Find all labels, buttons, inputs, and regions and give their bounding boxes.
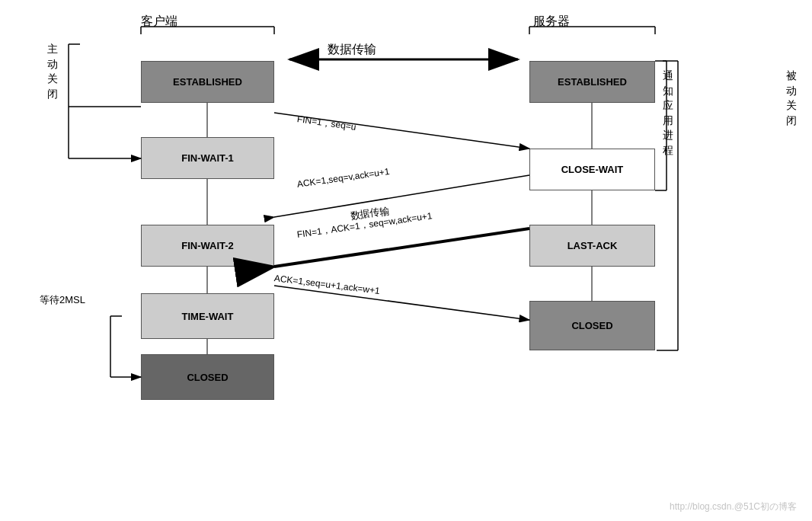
client-closed: CLOSED	[141, 354, 274, 400]
notify-label: 通知应用进程	[663, 69, 673, 158]
msg2-label: ACK=1,seq=v,ack=u+1	[296, 166, 390, 190]
client-fin-wait-2: FIN-WAIT-2	[141, 225, 274, 267]
server-established: ESTABLISHED	[529, 61, 655, 103]
active-close-label: 主动关闭	[47, 42, 58, 101]
client-header: 客户端	[141, 14, 177, 30]
wait2msl-label: 等待2MSL	[40, 293, 85, 307]
msg1-label: FIN=1，seq=u	[296, 113, 357, 134]
svg-line-25	[274, 286, 529, 320]
arrows-svg	[0, 0, 812, 521]
server-last-ack: LAST-ACK	[529, 225, 655, 267]
server-closed: CLOSED	[529, 301, 655, 350]
client-established: ESTABLISHED	[141, 61, 274, 103]
client-time-wait: TIME-WAIT	[141, 293, 274, 339]
data-transfer-top-label: 数据传输	[328, 42, 376, 58]
watermark: http://blog.csdn.@51C初の博客	[670, 500, 797, 513]
server-header: 服务器	[533, 14, 570, 30]
diagram-container: 客户端 服务器 数据传输 主动关闭 被动关闭 通知应用进程 等待2MSL EST…	[0, 0, 812, 521]
passive-close-label: 被动关闭	[786, 69, 797, 128]
msg4-label: ACK=1,seq=u+1,ack=w+1	[273, 273, 380, 296]
server-close-wait: CLOSE-WAIT	[529, 149, 655, 190]
client-fin-wait-1: FIN-WAIT-1	[141, 137, 274, 179]
